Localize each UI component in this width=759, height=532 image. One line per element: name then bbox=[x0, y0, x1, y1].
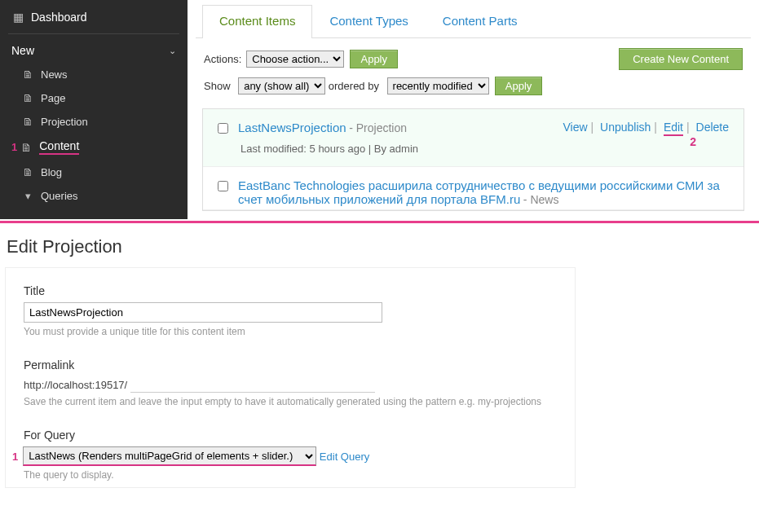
item-title-link[interactable]: LastNewsProjection bbox=[238, 121, 346, 134]
sidebar-item-label: News bbox=[41, 68, 68, 81]
item-actions: View| Unpublish| Edit| Delete 2 bbox=[563, 121, 729, 134]
row-checkbox[interactable] bbox=[218, 181, 228, 191]
unpublish-link[interactable]: Unpublish bbox=[600, 121, 651, 134]
query-select[interactable]: LastNews (Renders multiPageGrid of eleme… bbox=[23, 446, 316, 466]
apply-actions-button[interactable]: Apply bbox=[350, 50, 398, 68]
sidebar-item-page[interactable]: 🗎 Page bbox=[10, 86, 188, 110]
query-label: For Query bbox=[24, 429, 560, 442]
show-select[interactable]: any (show all) bbox=[238, 77, 325, 95]
ordered-by-label: ordered by bbox=[329, 80, 379, 92]
sidebar-content[interactable]: 1 🗎 Content bbox=[0, 134, 188, 160]
order-select[interactable]: recently modified bbox=[387, 77, 489, 95]
content-list: LastNewsProjection - Projection View| Un… bbox=[202, 108, 744, 211]
permalink-hint: Save the current item and leave the inpu… bbox=[24, 396, 560, 407]
sidebar: ▦ Dashboard New ⌄ 🗎 News 🗎 Page 🗎 Projec… bbox=[0, 0, 188, 219]
item-type-label: - Projection bbox=[349, 121, 407, 134]
permalink-input[interactable] bbox=[130, 376, 375, 393]
edit-query-link[interactable]: Edit Query bbox=[320, 451, 369, 463]
show-label: Show bbox=[204, 80, 231, 92]
apply-filter-button[interactable]: Apply bbox=[495, 77, 543, 95]
document-icon: 🗎 bbox=[20, 141, 33, 154]
item-title-link[interactable]: EastBanc Technologies расширила сотрудни… bbox=[238, 178, 720, 206]
actions-label: Actions: bbox=[204, 53, 241, 65]
edit-link[interactable]: Edit bbox=[664, 121, 683, 136]
sidebar-new[interactable]: New ⌄ bbox=[0, 38, 188, 63]
edit-form: Title You must provide a unique title fo… bbox=[5, 267, 576, 488]
annotation-marker-1: 1 bbox=[11, 141, 17, 153]
document-icon: 🗎 bbox=[21, 166, 34, 178]
sidebar-item-label: Queries bbox=[41, 190, 78, 202]
title-hint: You must provide a unique title for this… bbox=[24, 326, 560, 337]
row-checkbox[interactable] bbox=[218, 123, 228, 134]
sidebar-dashboard-label: Dashboard bbox=[31, 11, 87, 24]
tab-content-types[interactable]: Content Types bbox=[312, 5, 425, 37]
sidebar-item-queries[interactable]: ▾ Queries bbox=[10, 184, 188, 208]
item-type-label: - News bbox=[523, 193, 559, 206]
tab-content-parts[interactable]: Content Parts bbox=[426, 5, 535, 37]
sidebar-item-label: Blog bbox=[41, 166, 62, 178]
grid-icon: ▦ bbox=[11, 11, 24, 24]
create-new-content-button[interactable]: Create New Content bbox=[619, 48, 743, 70]
tabs: Content Items Content Types Content Part… bbox=[196, 0, 751, 38]
annotation-marker-2: 2 bbox=[690, 135, 696, 148]
document-icon: 🗎 bbox=[21, 116, 34, 128]
list-item: EastBanc Technologies расширила сотрудни… bbox=[203, 167, 744, 210]
sidebar-item-label: Projection bbox=[41, 116, 88, 128]
actions-select[interactable]: Choose action... bbox=[246, 51, 344, 68]
sidebar-dashboard[interactable]: ▦ Dashboard bbox=[0, 5, 188, 29]
sidebar-content-label: Content bbox=[39, 139, 79, 155]
chevron-down-icon: ⌄ bbox=[169, 46, 176, 56]
permalink-prefix: http://localhost:19517/ bbox=[24, 379, 127, 391]
delete-link[interactable]: Delete bbox=[696, 121, 729, 134]
edit-projection-section: Edit Projection Title You must provide a… bbox=[0, 223, 759, 503]
page-title: Edit Projection bbox=[0, 231, 759, 267]
query-hint: The query to display. bbox=[24, 469, 560, 481]
permalink-label: Permalink bbox=[24, 358, 560, 372]
toolbar: Actions: Choose action... Apply Create N… bbox=[196, 38, 751, 100]
annotation-marker-1b: 1 bbox=[12, 451, 18, 463]
list-item: LastNewsProjection - Projection View| Un… bbox=[203, 109, 744, 167]
document-icon: 🗎 bbox=[21, 68, 34, 81]
title-input[interactable] bbox=[24, 302, 382, 323]
item-meta: Last modified: 5 hours ago | By admin bbox=[240, 143, 729, 155]
title-label: Title bbox=[24, 284, 560, 297]
view-link[interactable]: View bbox=[563, 121, 587, 134]
sidebar-new-label: New bbox=[11, 44, 34, 57]
sidebar-item-label: Page bbox=[41, 92, 65, 104]
sidebar-item-news[interactable]: 🗎 News bbox=[10, 63, 188, 86]
sidebar-item-projection[interactable]: 🗎 Projection bbox=[10, 110, 188, 134]
tab-content-items[interactable]: Content Items bbox=[202, 5, 312, 38]
document-icon: 🗎 bbox=[21, 92, 34, 104]
filter-icon: ▾ bbox=[21, 190, 34, 202]
main-panel: Content Items Content Types Content Part… bbox=[188, 0, 759, 219]
sidebar-item-blog[interactable]: 🗎 Blog bbox=[10, 160, 188, 184]
